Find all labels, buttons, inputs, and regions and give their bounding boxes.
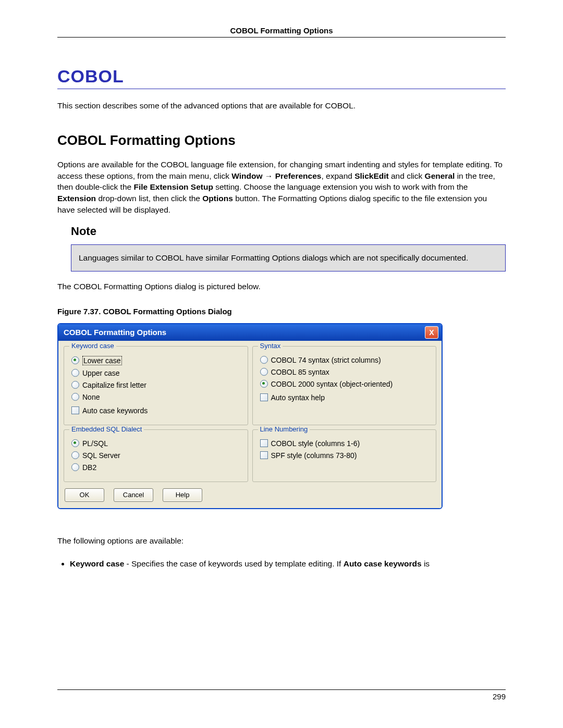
checkbox-label: Auto case keywords	[82, 406, 148, 415]
group-keyword-case: Keyword case Lower case Upper case Capit…	[64, 346, 248, 425]
cancel-button[interactable]: Cancel	[114, 488, 153, 502]
bold-options: Options	[202, 194, 233, 203]
radio-plsql[interactable]: PL/SQL	[71, 439, 241, 448]
radio-icon	[260, 356, 268, 364]
options-paragraph: Options are available for the COBOL lang…	[57, 159, 506, 215]
radio-label: None	[82, 393, 100, 401]
radio-db2[interactable]: DB2	[71, 463, 241, 472]
radio-icon	[71, 393, 79, 401]
radio-icon	[71, 381, 79, 389]
radio-label: COBOL 85 syntax	[271, 368, 329, 376]
bold-keyword-case: Keyword case	[70, 559, 124, 568]
list-item: Keyword case - Specifies the case of key…	[70, 558, 506, 570]
bold-window: Window	[231, 171, 262, 180]
group-syntax: Syntax COBOL 74 syntax (strict columns) …	[252, 346, 437, 425]
radio-none[interactable]: None	[71, 393, 241, 401]
bold-slickedit: SlickEdit	[354, 171, 388, 180]
ok-button[interactable]: OK	[65, 488, 104, 502]
radio-cobol74[interactable]: COBOL 74 syntax (strict columns)	[260, 356, 430, 364]
options-list: Keyword case - Specifies the case of key…	[62, 558, 506, 570]
following-text: The following options are available:	[57, 536, 506, 546]
close-icon: X	[429, 328, 434, 337]
bold-fes: File Extension Setup	[133, 182, 213, 191]
group-embedded-sql: Embedded SQL Dialect PL/SQL SQL Server D…	[64, 429, 248, 482]
page-number: 299	[493, 692, 506, 701]
check-auto-case-keywords[interactable]: Auto case keywords	[71, 406, 241, 415]
button-label: Cancel	[123, 491, 144, 499]
main-title: COBOL	[57, 66, 506, 87]
radio-label: SQL Server	[82, 451, 120, 460]
radio-cobol2000[interactable]: COBOL 2000 syntax (object-oriented)	[260, 380, 430, 388]
checkbox-icon	[71, 406, 79, 414]
group-legend: Keyword case	[69, 342, 116, 350]
note-box: Languages similar to COBOL have similar …	[71, 244, 506, 272]
radio-label: Capitalize first letter	[82, 381, 146, 389]
radio-label: Lower case	[82, 356, 122, 365]
cobol-formatting-dialog: COBOL Formatting Options X Keyword case …	[57, 323, 443, 509]
dialog-title: COBOL Formatting Options	[64, 328, 166, 337]
radio-sqlserver[interactable]: SQL Server	[71, 451, 241, 460]
document-page: COBOL Formatting Options COBOL This sect…	[0, 0, 563, 728]
dialog-titlebar: COBOL Formatting Options X	[58, 324, 442, 341]
check-cobol-style[interactable]: COBOL style (columns 1-6)	[260, 439, 430, 448]
radio-icon	[71, 439, 79, 447]
radio-label: PL/SQL	[82, 439, 108, 448]
checkbox-icon	[260, 393, 268, 401]
dialog-body: Keyword case Lower case Upper case Capit…	[58, 341, 442, 508]
intro-paragraph: This section describes some of the advan…	[57, 101, 506, 112]
radio-icon	[71, 369, 79, 377]
radio-upper-case[interactable]: Upper case	[71, 369, 241, 377]
section-title: COBOL Formatting Options	[57, 132, 506, 149]
page-footer: 299	[57, 689, 506, 701]
radio-icon	[260, 380, 268, 388]
button-label: Help	[176, 491, 190, 499]
radio-label: Upper case	[82, 369, 120, 377]
radio-icon	[71, 463, 79, 471]
bullet-text: - Specifies the case of keywords used by…	[124, 559, 343, 568]
page-header: COBOL Formatting Options	[57, 26, 506, 38]
para-text: and click	[389, 171, 425, 180]
button-label: OK	[80, 491, 90, 499]
group-legend: Syntax	[258, 342, 283, 350]
figure-caption: Figure 7.37. COBOL Formatting Options Di…	[57, 307, 506, 316]
para-text: drop-down list, then click the	[96, 194, 202, 203]
radio-label: COBOL 74 syntax (strict columns)	[271, 356, 381, 364]
help-button[interactable]: Help	[163, 488, 202, 502]
check-spf-style[interactable]: SPF style (columns 73-80)	[260, 451, 430, 460]
radio-cobol85[interactable]: COBOL 85 syntax	[260, 368, 430, 376]
checkbox-icon	[260, 451, 268, 459]
checkbox-label: COBOL style (columns 1-6)	[271, 439, 360, 448]
close-button[interactable]: X	[425, 326, 438, 339]
para-text: setting. Choose the language extension y…	[213, 182, 468, 191]
dialog-button-row: OK Cancel Help	[64, 486, 436, 503]
checkbox-icon	[260, 439, 268, 447]
note-heading: Note	[71, 225, 506, 238]
checkbox-label: Auto syntax help	[271, 393, 325, 402]
bold-general: General	[425, 171, 455, 180]
radio-icon	[71, 451, 79, 459]
check-auto-syntax-help[interactable]: Auto syntax help	[260, 393, 430, 402]
title-rule	[57, 89, 506, 89]
arrow: →	[263, 171, 275, 180]
group-legend: Embedded SQL Dialect	[69, 425, 144, 433]
group-legend: Line Numbering	[258, 425, 310, 433]
bold-preferences: Preferences	[275, 171, 322, 180]
below-text: The COBOL Formatting Options dialog is p…	[57, 281, 506, 292]
checkbox-label: SPF style (columns 73-80)	[271, 451, 357, 460]
radio-label: COBOL 2000 syntax (object-oriented)	[271, 380, 393, 388]
radio-icon	[260, 368, 268, 376]
bold-auto-case-keywords: Auto case keywords	[344, 559, 422, 568]
bullet-text: is	[422, 559, 430, 568]
radio-label: DB2	[82, 463, 96, 472]
group-line-numbering: Line Numbering COBOL style (columns 1-6)…	[252, 429, 437, 482]
bold-extension: Extension	[57, 194, 96, 203]
radio-icon	[71, 356, 79, 364]
para-text: , expand	[321, 171, 354, 180]
radio-lower-case[interactable]: Lower case	[71, 356, 241, 365]
radio-capitalize-first[interactable]: Capitalize first letter	[71, 381, 241, 389]
